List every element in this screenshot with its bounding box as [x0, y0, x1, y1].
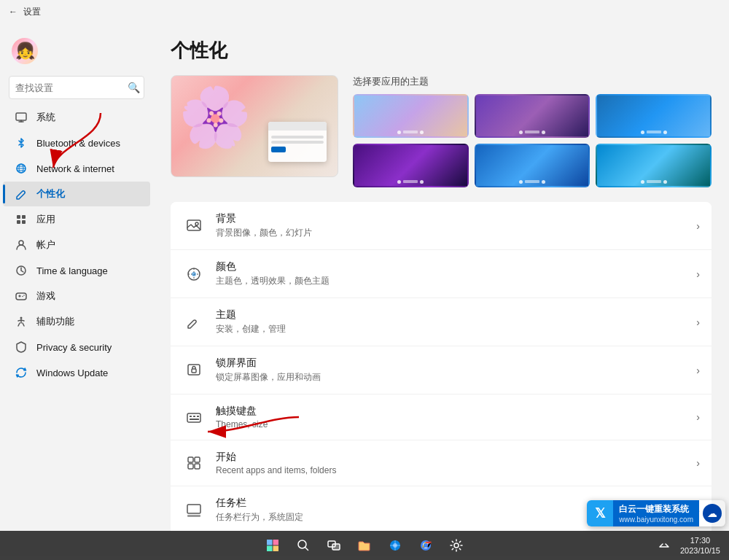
sidebar-label-privacy: Privacy & security — [36, 342, 112, 353]
taskbar-chrome-button[interactable] — [413, 532, 439, 559]
taskbar-icon — [182, 499, 206, 522]
colors-desc: 主题色，透明效果，颜色主题 — [216, 275, 686, 287]
time-display: 17:30 — [680, 535, 720, 545]
svg-rect-3 — [17, 215, 20, 219]
lockscreen-desc: 锁定屏幕图像，应用和动画 — [216, 371, 686, 384]
sidebar-item-time[interactable]: Time & language — [3, 258, 150, 283]
taskbar-browser-button[interactable] — [382, 532, 408, 559]
taskbar-time[interactable]: 17:30 2023/10/15 — [680, 535, 720, 556]
sidebar-label-accessibility: 辅助功能 — [36, 315, 74, 328]
svg-rect-18 — [192, 369, 196, 373]
settings-item-colors[interactable]: 颜色 主题色，透明效果，颜色主题 › — [171, 250, 712, 298]
taskbar-settings-button[interactable] — [443, 532, 469, 559]
date-display: 2023/10/15 — [680, 545, 720, 556]
svg-rect-19 — [187, 413, 200, 422]
watermark-logo: ☁ — [703, 504, 722, 523]
gaming-icon — [15, 289, 28, 303]
watermark-text-area: 白云一键重装系统 www.baiyunxitong.com — [613, 500, 699, 526]
accounts-icon — [15, 238, 28, 252]
theme-option-4[interactable] — [353, 144, 469, 187]
settings-item-lockscreen[interactable]: 锁屏界面 锁定屏幕图像，应用和动画 › — [171, 346, 712, 394]
search-icon[interactable]: 🔍 — [128, 82, 140, 93]
apps-icon — [15, 213, 28, 226]
sidebar-item-privacy[interactable]: Privacy & security — [3, 335, 150, 359]
search-box: 🔍 — [9, 76, 144, 99]
sidebar-label-network: Network & internet — [36, 163, 114, 174]
sidebar-label-bluetooth: Bluetooth & devices — [36, 138, 120, 149]
preview-line-2 — [271, 141, 324, 144]
svg-rect-27 — [195, 464, 200, 469]
theme-option-5[interactable] — [475, 144, 590, 187]
taskbar-file-explorer-button[interactable] — [351, 532, 378, 559]
preview-window — [268, 122, 327, 162]
themes-grid-section: 选择要应用的主题 — [353, 75, 712, 187]
svg-rect-25 — [195, 457, 200, 462]
theme-option-3[interactable] — [596, 94, 712, 138]
sidebar-item-gaming[interactable]: 游戏 — [3, 284, 150, 308]
sidebar-item-apps[interactable]: 应用 — [3, 207, 150, 232]
system-icon — [15, 111, 28, 124]
start-desc: Recent apps and items, folders — [216, 465, 686, 475]
lockscreen-arrow: › — [696, 365, 700, 376]
settings-item-touch-keyboard[interactable]: 触摸键盘 Themes, size › — [171, 394, 712, 440]
taskbar-task-view-button[interactable] — [321, 532, 347, 559]
start-icon — [182, 451, 206, 475]
svg-point-11 — [23, 295, 25, 296]
svg-rect-24 — [188, 457, 193, 462]
theme-option-6[interactable] — [596, 144, 712, 187]
taskbar-center — [260, 532, 469, 559]
touch-keyboard-icon — [182, 405, 206, 429]
sidebar-item-bluetooth[interactable]: Bluetooth & devices — [3, 131, 150, 155]
titlebar: ← 设置 — [0, 0, 729, 23]
sidebar-item-windows-update[interactable]: Windows Update — [3, 360, 150, 385]
sidebar-item-personalization[interactable]: 个性化 — [3, 182, 150, 206]
search-input[interactable] — [9, 76, 144, 99]
svg-rect-6 — [22, 220, 26, 224]
svg-rect-20 — [190, 416, 192, 417]
sidebar-label-personalization: 个性化 — [36, 187, 65, 201]
theme-taskbar-3 — [597, 128, 710, 136]
themes-title: 主题 — [216, 308, 686, 322]
baiyun-watermark: 𝕏 白云一键重装系统 www.baiyunxitong.com ☁ — [587, 500, 725, 526]
svg-rect-34 — [267, 540, 273, 545]
sidebar-label-windows-update: Windows Update — [36, 368, 108, 378]
sidebar-item-network[interactable]: Network & internet — [3, 156, 150, 181]
taskbar-search-button[interactable] — [290, 532, 316, 559]
touch-keyboard-title: 触摸键盘 — [216, 405, 686, 418]
theme-preview-image: 🌸 — [171, 75, 338, 177]
svg-rect-26 — [188, 464, 193, 469]
touch-keyboard-text: 触摸键盘 Themes, size — [216, 405, 686, 429]
avatar: 👧 — [12, 38, 38, 64]
svg-point-16 — [192, 272, 196, 276]
sidebar-item-system[interactable]: 系统 — [3, 105, 150, 130]
preview-button — [271, 147, 286, 152]
settings-item-themes[interactable]: 主题 安装，创建，管理 › — [171, 298, 712, 346]
taskbar-tray-button[interactable] — [651, 532, 677, 559]
page-title: 个性化 — [171, 38, 712, 63]
start-title: 开始 — [216, 451, 686, 464]
themes-section: 🌸 选择要应用的主题 — [171, 75, 712, 187]
start-text: 开始 Recent apps and items, folders — [216, 451, 686, 475]
svg-rect-5 — [17, 220, 20, 224]
lockscreen-text: 锁屏界面 锁定屏幕图像，应用和动画 — [216, 357, 686, 384]
theme-option-2[interactable] — [475, 94, 590, 138]
privacy-icon — [15, 341, 28, 354]
colors-title: 颜色 — [216, 260, 686, 273]
sidebar-item-accessibility[interactable]: 辅助功能 — [3, 309, 150, 334]
settings-item-start[interactable]: 开始 Recent apps and items, folders › — [171, 440, 712, 486]
sidebar-item-accounts[interactable]: 帐户 — [3, 233, 150, 257]
svg-rect-9 — [16, 293, 26, 300]
background-title: 背景 — [216, 212, 686, 225]
colors-text: 颜色 主题色，透明效果，颜色主题 — [216, 260, 686, 287]
themes-desc: 安装，创建，管理 — [216, 323, 686, 335]
colors-icon — [182, 262, 206, 286]
taskbar-windows-button[interactable] — [260, 532, 286, 559]
svg-rect-35 — [273, 540, 279, 545]
theme-option-1[interactable] — [353, 94, 469, 138]
titlebar-back[interactable]: ← — [9, 7, 17, 17]
svg-rect-28 — [187, 505, 200, 513]
svg-rect-40 — [332, 544, 340, 550]
lockscreen-title: 锁屏界面 — [216, 357, 686, 370]
bluetooth-icon — [15, 136, 28, 149]
settings-item-background[interactable]: 背景 背景图像，颜色，幻灯片 › — [171, 202, 712, 250]
